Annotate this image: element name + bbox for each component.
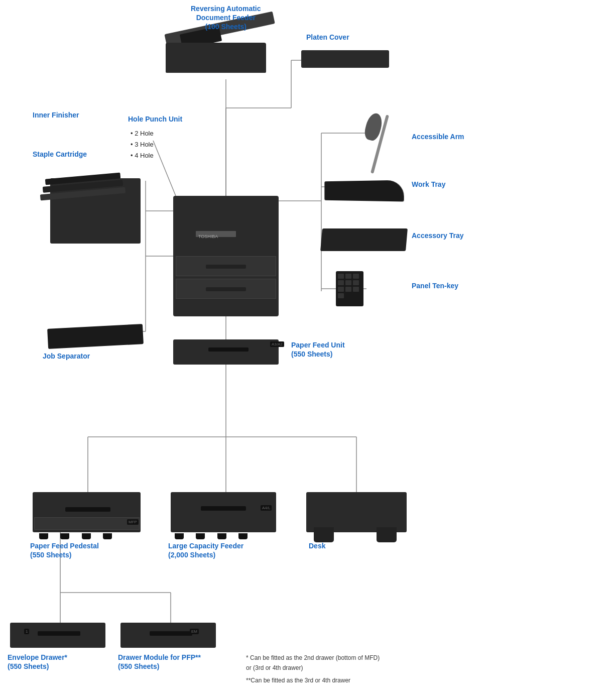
desk-leg2 bbox=[377, 527, 397, 542]
pfu-handle bbox=[208, 347, 249, 352]
pfp-handle bbox=[65, 507, 110, 512]
lcf-badge: A4/L bbox=[261, 505, 272, 511]
pfu-body bbox=[173, 339, 279, 365]
note2: **Can be fitted as the 3rd or 4th drawer bbox=[246, 675, 587, 685]
jobsep-body bbox=[47, 324, 144, 349]
env-badge: 1 bbox=[24, 629, 29, 634]
hole-punch-unit-label: Hole Punch Unit bbox=[128, 114, 182, 124]
pfp-feet bbox=[39, 532, 122, 541]
lcf-handle bbox=[201, 506, 246, 511]
desk-body bbox=[306, 492, 407, 532]
work-tray-device bbox=[324, 180, 404, 202]
mfd-logo: TOSHIBA bbox=[196, 231, 236, 237]
radf-body bbox=[166, 43, 266, 73]
mfd-handle2 bbox=[206, 287, 246, 291]
radf-label: Reversing AutomaticDocument Feeder(100 S… bbox=[191, 4, 261, 32]
panel-tenkey-label: Panel Ten-key bbox=[412, 281, 458, 290]
drawer-module-label: Drawer Module for PFP**(550 Sheets) bbox=[118, 653, 201, 671]
accessible-arm-label: Accessible Arm bbox=[412, 132, 464, 141]
lcf-feet bbox=[175, 532, 258, 541]
svg-line-8 bbox=[153, 141, 176, 196]
desk-label: Desk bbox=[309, 541, 325, 550]
mfd-handle1 bbox=[206, 265, 246, 269]
tenkey-keys bbox=[338, 274, 359, 298]
accessory-tray-label: Accessory Tray bbox=[412, 231, 464, 240]
job-separator-label: Job Separator bbox=[43, 352, 90, 361]
platen-cover-label: Platen Cover bbox=[306, 33, 349, 42]
staple-cartridge-label: Staple Cartridge bbox=[33, 150, 87, 159]
paper-feed-pedestal-label: Paper Feed Pedestal(550 Sheets) bbox=[30, 541, 99, 559]
envelope-drawer-label: Envelope Drawer*(550 Sheets) bbox=[8, 653, 67, 671]
pfu-badge: A3/A2 bbox=[270, 341, 284, 347]
hole-punch-bullets: • 2 Hole• 3 Hole• 4 Hole bbox=[131, 128, 154, 161]
platen-cover-device bbox=[301, 50, 389, 68]
diagram-container: Reversing AutomaticDocument Feeder(100 S… bbox=[0, 0, 616, 700]
pfp-drawer bbox=[34, 517, 140, 530]
lcf-body bbox=[171, 492, 276, 532]
work-tray-label: Work Tray bbox=[412, 180, 445, 189]
inner-finisher-label: Inner Finisher bbox=[33, 110, 79, 120]
large-capacity-feeder-label: Large Capacity Feeder(2,000 Sheets) bbox=[168, 541, 243, 559]
desk-leg1 bbox=[314, 527, 334, 542]
dm-handle bbox=[150, 631, 192, 636]
env-handle bbox=[38, 631, 80, 636]
notes-section: * Can be fitted as the 2nd drawer (botto… bbox=[246, 653, 587, 685]
note1: * Can be fitted as the 2nd drawer (botto… bbox=[246, 653, 587, 673]
accessory-tray-device bbox=[320, 228, 408, 251]
dm-badge: EM bbox=[190, 629, 199, 634]
pfp-badge: MFP bbox=[127, 519, 139, 525]
paper-feed-unit-label: Paper Feed Unit(550 Sheets) bbox=[291, 340, 345, 359]
